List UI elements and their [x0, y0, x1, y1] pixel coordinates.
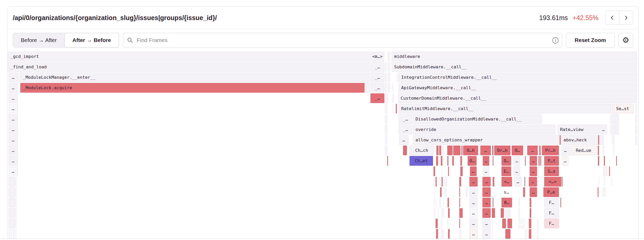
flame-frame[interactable]: … [9, 135, 18, 145]
flame-frame[interactable]: Pr…h [542, 146, 559, 155]
flame-frame-sliver[interactable] [460, 156, 462, 166]
flame-frame-sliver[interactable] [442, 146, 444, 155]
flame-frame-sliver[interactable] [392, 93, 394, 103]
settings-button[interactable]: ⚙ [618, 33, 633, 47]
flame-frame-sliver[interactable] [447, 146, 453, 155]
flame-frame[interactable]: … [469, 177, 478, 187]
flame-frame-sliver[interactable] [448, 208, 450, 218]
flame-frame[interactable]: … [482, 219, 491, 228]
flame-frame-sliver[interactable] [434, 166, 435, 176]
flame-frame-sliver[interactable] [635, 114, 637, 124]
flame-frame-sliver[interactable] [441, 219, 442, 228]
flame-frame[interactable]: … [9, 114, 18, 124]
flame-frame-sliver[interactable] [385, 135, 387, 145]
flame-frame[interactable]: F… [544, 208, 559, 218]
flame-frame-sliver[interactable] [436, 219, 438, 228]
flame-frame-sliver[interactable] [612, 125, 619, 134]
flame-frame-sliver[interactable] [539, 146, 541, 155]
flame-frame[interactable]: B… [501, 198, 512, 207]
flame-frame-sliver[interactable] [611, 177, 612, 187]
flame-frame[interactable]: … [482, 229, 491, 239]
flame-frame-sliver[interactable] [493, 177, 494, 187]
flame-frame-sliver[interactable] [603, 166, 607, 176]
flame-frame[interactable]: … [469, 187, 478, 197]
flamegraph[interactable]: _gcd_import<m…>middleware_find_and_load_… [8, 51, 638, 239]
flame-frame-sliver[interactable] [436, 156, 438, 166]
flame-frame-sliver[interactable] [518, 198, 520, 207]
flame-frame-sliver[interactable] [609, 166, 610, 176]
flame-frame-sliver[interactable] [385, 93, 388, 103]
flame-frame-sliver[interactable] [9, 177, 15, 187]
flame-frame-sliver[interactable] [537, 229, 538, 239]
flame-frame-sliver[interactable] [603, 146, 604, 155]
flame-frame-sliver[interactable] [501, 208, 504, 218]
flame-frame[interactable]: … [530, 187, 537, 197]
flame-frame-sliver[interactable] [441, 156, 442, 166]
flame-frame[interactable]: … [9, 146, 18, 155]
flame-frame[interactable]: … [469, 198, 478, 207]
flame-frame-sliver[interactable] [598, 177, 599, 187]
flame-frame[interactable]: … [513, 156, 520, 166]
flame-frame[interactable]: … [600, 125, 607, 134]
flame-frame-sliver[interactable] [15, 208, 17, 218]
flame-frame-sliver[interactable] [459, 208, 463, 218]
flame-frame[interactable]: … [529, 177, 537, 187]
flame-frame-sliver[interactable] [434, 187, 435, 197]
flame-frame-sliver[interactable] [9, 219, 15, 228]
flame-frame-sliver[interactable] [436, 177, 437, 187]
flame-frame-sliver[interactable] [612, 135, 615, 145]
flame-frame[interactable]: … [482, 177, 491, 187]
flame-frame-sliver[interactable] [9, 229, 15, 239]
flame-frame-sliver[interactable] [366, 83, 370, 93]
flame-frame[interactable]: CustomerDomainMiddleware.__call__ [398, 93, 637, 103]
previous-button[interactable] [605, 11, 619, 25]
search-input[interactable] [136, 37, 548, 44]
flame-frame-sliver[interactable] [492, 146, 493, 155]
flame-frame-sliver[interactable] [505, 208, 510, 218]
flame-frame[interactable]: s… [501, 187, 512, 197]
flame-frame-sliver[interactable] [442, 177, 443, 187]
flame-frame-sliver[interactable] [613, 146, 614, 155]
flame-frame[interactable]: allow_cors_options_wrapper [413, 135, 559, 145]
flame-frame-sliver[interactable] [452, 156, 454, 166]
flame-frame-selected[interactable]: Ch…et [410, 156, 433, 166]
flame-frame[interactable]: … [9, 166, 18, 176]
flame-frame[interactable]: O… [468, 156, 476, 166]
flame-frame-sliver[interactable] [524, 177, 525, 187]
flame-frame[interactable]: Rate…view [558, 125, 599, 134]
flame-frame-sliver[interactable] [448, 198, 449, 207]
flame-frame-sliver[interactable] [525, 229, 527, 239]
flame-frame-sliver[interactable] [439, 198, 441, 207]
flame-frame-sliver[interactable] [604, 156, 605, 166]
flame-frame[interactable]: … [470, 166, 476, 176]
flame-frame[interactable]: … [561, 146, 569, 155]
flame-frame-sliver[interactable] [635, 125, 637, 134]
flame-frame-sliver[interactable] [604, 177, 605, 187]
flame-frame-sliver[interactable] [598, 146, 599, 155]
flame-frame-sliver[interactable] [439, 146, 441, 155]
flame-frame-sliver[interactable] [385, 104, 387, 113]
flame-frame[interactable]: middleware [392, 52, 637, 61]
flame-frame-sliver[interactable] [460, 166, 463, 176]
flame-frame-sliver[interactable] [15, 187, 17, 197]
next-button[interactable] [619, 11, 633, 25]
flame-frame[interactable]: … [9, 83, 18, 93]
flame-frame-sliver[interactable] [385, 114, 387, 124]
flame-frame[interactable]: O… [501, 156, 511, 166]
flame-frame[interactable]: _… [370, 83, 384, 93]
flame-frame-sliver[interactable] [392, 104, 394, 113]
flame-frame-sliver[interactable] [598, 156, 599, 166]
flame-frame[interactable]: F… [544, 198, 559, 207]
flame-frame[interactable]: … [513, 166, 520, 176]
flame-frame-sliver[interactable] [524, 146, 526, 155]
flame-frame-sliver[interactable] [493, 198, 493, 207]
flame-frame-sliver[interactable] [397, 73, 398, 82]
flame-frame[interactable]: … [469, 219, 478, 228]
flame-frame-sliver[interactable] [502, 219, 506, 228]
flame-frame[interactable]: … [482, 208, 491, 218]
flame-frame-sliver[interactable] [459, 229, 461, 239]
flame-frame-sliver[interactable] [18, 73, 20, 82]
flame-frame-sliver[interactable] [15, 198, 17, 207]
flame-frame-sliver[interactable] [387, 52, 390, 61]
flame-frame-sliver[interactable] [385, 73, 387, 82]
